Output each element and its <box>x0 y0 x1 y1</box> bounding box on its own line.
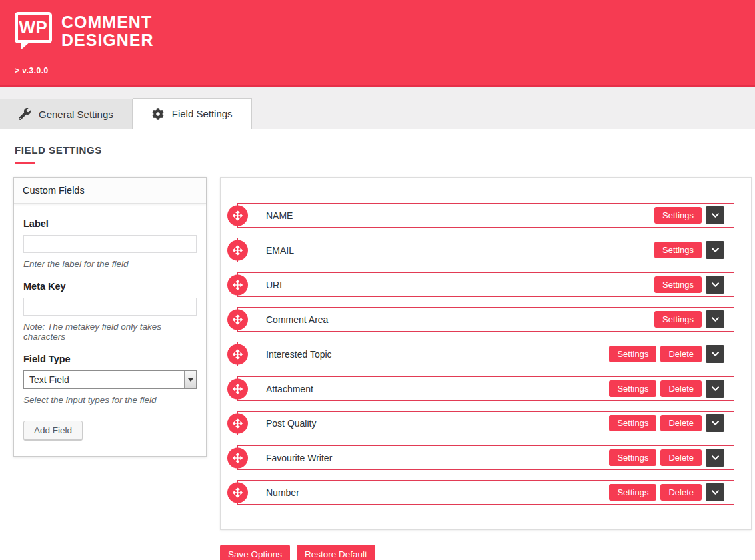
field-type-select[interactable]: Text Field <box>23 370 197 389</box>
move-icon <box>233 349 243 359</box>
tab-field-settings-label: Field Settings <box>172 108 233 119</box>
field-row-label: Attachment <box>266 384 313 394</box>
expand-button[interactable] <box>706 483 724 501</box>
chevron-down-icon <box>711 384 720 393</box>
meta-key-field-label: Meta Key <box>23 281 197 292</box>
version-label: > v.3.0.0 <box>15 66 755 75</box>
wp-logo-text: WP <box>19 17 48 38</box>
chevron-down-icon <box>711 211 720 220</box>
field-row-label: Favourite Writer <box>266 453 332 463</box>
delete-button[interactable]: Delete <box>660 415 702 431</box>
field-row: Post Quality Settings Delete <box>237 411 734 435</box>
settings-button[interactable]: Settings <box>654 311 702 328</box>
drag-handle[interactable] <box>227 482 248 503</box>
meta-key-input[interactable] <box>23 298 197 316</box>
field-type-label: Field Type <box>23 354 197 364</box>
app-title-line1: COMMENT <box>61 13 154 31</box>
save-options-button[interactable]: Save Options <box>220 545 290 560</box>
app-header: WP COMMENT DESIGNER > v.3.0.0 <box>0 0 755 87</box>
drag-handle[interactable] <box>227 205 248 226</box>
field-row-label: Number <box>266 487 299 498</box>
move-icon <box>233 384 243 394</box>
drag-handle[interactable] <box>227 447 248 468</box>
field-row: URL Settings <box>237 272 734 297</box>
settings-button[interactable]: Settings <box>609 449 656 466</box>
wp-logo-badge: WP <box>15 12 52 43</box>
move-icon <box>233 245 243 255</box>
settings-button[interactable]: Settings <box>609 484 656 501</box>
chevron-down-icon <box>711 453 720 462</box>
expand-button[interactable] <box>706 449 724 467</box>
footer-actions: Save Options Restore Default <box>220 545 755 560</box>
tab-bar: General Settings Field Settings <box>0 87 755 129</box>
field-row-label: Post Quality <box>266 418 316 429</box>
fields-list: NAME Settings EMAIL Settings URL Setting… <box>237 203 734 505</box>
expand-button[interactable] <box>706 414 724 432</box>
field-row: Attachment Settings Delete <box>237 376 734 401</box>
label-input[interactable] <box>23 235 197 253</box>
tab-general-settings[interactable]: General Settings <box>0 99 133 129</box>
drag-handle[interactable] <box>227 240 248 260</box>
delete-button[interactable]: Delete <box>660 346 702 362</box>
custom-fields-panel-body: Label Enter the label for the field Meta… <box>14 204 206 456</box>
move-icon <box>233 314 243 324</box>
field-row-label: Comment Area <box>266 314 328 325</box>
chevron-down-icon <box>711 419 720 427</box>
settings-button[interactable]: Settings <box>609 415 656 431</box>
settings-button[interactable]: Settings <box>654 276 702 293</box>
row-buttons: Settings Delete <box>609 483 724 501</box>
expand-button[interactable] <box>706 345 724 363</box>
settings-button[interactable]: Settings <box>609 346 656 362</box>
tab-general-settings-label: General Settings <box>39 109 113 120</box>
app-title-line2: DESIGNER <box>61 31 154 49</box>
expand-button[interactable] <box>706 206 724 224</box>
gear-icon <box>152 108 164 120</box>
drag-handle[interactable] <box>227 344 248 364</box>
chevron-down-icon[interactable] <box>184 371 196 388</box>
tab-field-settings[interactable]: Field Settings <box>133 98 252 129</box>
row-buttons: Settings <box>654 206 724 224</box>
settings-button[interactable]: Settings <box>609 380 656 397</box>
custom-fields-panel-title: Custom Fields <box>14 178 206 204</box>
row-buttons: Settings <box>654 241 724 259</box>
label-field-label: Label <box>23 218 197 229</box>
field-row: EMAIL Settings <box>237 238 734 262</box>
expand-button[interactable] <box>706 380 724 398</box>
row-buttons: Settings <box>654 276 724 294</box>
meta-key-field-hint: Note: The metakey field only takes chara… <box>23 322 197 342</box>
chevron-down-icon <box>711 246 720 254</box>
field-row: NAME Settings <box>237 203 734 228</box>
drag-handle[interactable] <box>227 274 248 295</box>
row-buttons: Settings <box>654 310 724 328</box>
settings-button[interactable]: Settings <box>654 207 702 224</box>
fields-panel: NAME Settings EMAIL Settings URL Setting… <box>220 177 752 530</box>
move-icon <box>233 453 243 463</box>
chevron-down-icon <box>711 315 720 324</box>
app-logo: WP COMMENT DESIGNER <box>15 12 755 49</box>
move-icon <box>233 487 243 497</box>
drag-handle[interactable] <box>227 413 248 433</box>
move-icon <box>233 210 243 220</box>
add-field-button[interactable]: Add Field <box>23 421 83 440</box>
drag-handle[interactable] <box>227 309 248 330</box>
expand-button[interactable] <box>706 241 724 259</box>
field-type-hint: Select the input types for the field <box>23 395 197 405</box>
chevron-down-icon <box>711 488 720 497</box>
restore-default-button[interactable]: Restore Default <box>297 545 375 560</box>
field-row: Comment Area Settings <box>237 307 734 332</box>
expand-button[interactable] <box>706 310 724 328</box>
row-buttons: Settings Delete <box>609 380 724 398</box>
settings-button[interactable]: Settings <box>654 242 702 258</box>
delete-button[interactable]: Delete <box>660 484 702 501</box>
drag-handle[interactable] <box>227 378 248 399</box>
wrench-icon <box>19 108 31 120</box>
delete-button[interactable]: Delete <box>660 449 702 466</box>
expand-button[interactable] <box>706 276 724 294</box>
row-buttons: Settings Delete <box>609 414 724 432</box>
content: Custom Fields Label Enter the label for … <box>0 177 755 530</box>
heading-underline <box>15 162 35 164</box>
delete-button[interactable]: Delete <box>660 380 702 397</box>
field-row-label: Interested Topic <box>266 349 332 360</box>
label-field-hint: Enter the label for the field <box>23 259 197 269</box>
app-title: COMMENT DESIGNER <box>61 12 154 49</box>
